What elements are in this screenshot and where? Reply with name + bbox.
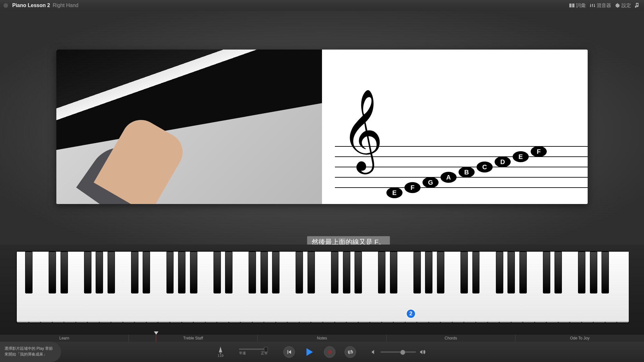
hint-line-1: 選擇影片區域中的 Play 章節: [5, 346, 57, 351]
black-key[interactable]: [178, 252, 185, 293]
black-key[interactable]: [472, 252, 480, 293]
black-key[interactable]: [425, 252, 432, 293]
title-bar: Piano Lesson 2 Right Hand 詞彙 混音器 設定: [0, 0, 644, 11]
close-button[interactable]: [3, 3, 8, 8]
instructor-video[interactable]: [56, 50, 322, 204]
settings-button[interactable]: 設定: [615, 3, 631, 9]
chapter-segment[interactable]: Treble Staff: [129, 335, 258, 342]
sliders-icon: [590, 3, 595, 8]
black-key[interactable]: [96, 252, 103, 293]
black-key[interactable]: [249, 252, 256, 293]
staff-note: B: [459, 167, 475, 178]
black-key[interactable]: [507, 252, 515, 293]
svg-rect-4: [592, 5, 593, 5]
glossary-button[interactable]: 詞彙: [569, 3, 586, 9]
mixer-button[interactable]: 混音器: [590, 3, 611, 9]
loop-button[interactable]: [345, 346, 356, 358]
black-key[interactable]: [49, 252, 56, 293]
lesson-panel: 𝄞 EFGABCDEF: [56, 50, 588, 204]
tempo-half-label: 半速: [239, 351, 246, 356]
metronome-button[interactable]: 119: [218, 347, 223, 357]
play-button[interactable]: [304, 347, 315, 357]
black-key[interactable]: [413, 252, 421, 293]
mixer-label: 混音器: [597, 3, 611, 9]
glossary-label: 詞彙: [576, 3, 586, 9]
note-icon: [635, 3, 639, 8]
tempo-control[interactable]: 半速 正常: [239, 348, 268, 356]
staff-note: F: [531, 146, 547, 157]
black-key[interactable]: [601, 252, 609, 293]
svg-rect-0: [590, 4, 591, 7]
gear-icon: [615, 3, 620, 8]
staff-note: D: [495, 156, 511, 167]
black-key[interactable]: [166, 252, 174, 293]
black-key[interactable]: [296, 252, 303, 293]
tempo-slider[interactable]: [239, 348, 268, 350]
play-icon: [305, 347, 314, 357]
black-key[interactable]: [590, 252, 597, 293]
black-key[interactable]: [496, 252, 503, 293]
music-note-icon[interactable]: [635, 3, 641, 8]
volume-slider[interactable]: [381, 351, 416, 353]
svg-point-6: [328, 350, 332, 354]
black-key[interactable]: [84, 252, 91, 293]
playhead-marker[interactable]: [156, 335, 156, 342]
metronome-icon: [218, 347, 223, 354]
black-key[interactable]: [519, 252, 527, 293]
finger-number-badge: 2: [406, 309, 416, 319]
black-key[interactable]: [543, 252, 550, 293]
bpm-value: 119: [218, 354, 223, 357]
black-key[interactable]: [308, 252, 315, 293]
staff-note: A: [440, 172, 457, 183]
lesson-stage: 𝄞 EFGABCDEF 然後最上面的線又是 F。: [0, 11, 644, 254]
black-key[interactable]: [355, 252, 362, 293]
black-key[interactable]: [437, 252, 444, 293]
chapter-segment[interactable]: Ode To Joy: [516, 335, 644, 342]
black-key[interactable]: [331, 252, 338, 293]
staff-note: G: [422, 177, 439, 188]
rewind-button[interactable]: [283, 346, 295, 358]
svg-rect-5: [594, 6, 595, 7]
volume-control[interactable]: [372, 350, 426, 354]
volume-high-icon: [420, 350, 426, 354]
book-icon: [569, 3, 575, 8]
hint-bubble: 選擇影片區域中的 Play 章節 來開始「我的彈奏成果」: [0, 342, 61, 362]
black-key[interactable]: [272, 252, 279, 293]
lesson-title: Piano Lesson 2: [12, 3, 50, 8]
chapter-segment[interactable]: Chords: [387, 335, 516, 342]
black-key[interactable]: [578, 252, 585, 293]
black-key[interactable]: [131, 252, 138, 293]
black-key[interactable]: [343, 252, 350, 293]
white-key[interactable]: [617, 252, 629, 322]
staff-note: C: [477, 162, 493, 172]
settings-label: 設定: [621, 3, 631, 9]
virtual-keyboard[interactable]: 2: [16, 251, 629, 323]
black-key[interactable]: [108, 252, 115, 293]
volume-low-icon: [372, 350, 377, 354]
record-icon: [327, 350, 332, 354]
svg-rect-1: [592, 4, 593, 7]
black-key[interactable]: [260, 252, 268, 293]
chapter-segment[interactable]: Notes: [258, 335, 386, 342]
black-key[interactable]: [213, 252, 221, 293]
black-key[interactable]: [25, 252, 33, 293]
black-key[interactable]: [190, 252, 197, 293]
staff-note: F: [404, 182, 421, 193]
black-key[interactable]: [225, 252, 232, 293]
black-key[interactable]: [61, 252, 68, 293]
skip-back-icon: [287, 349, 292, 355]
black-key[interactable]: [390, 252, 397, 293]
black-key[interactable]: [378, 252, 385, 293]
keyboard-panel: 2: [0, 245, 644, 335]
staff-note: E: [386, 187, 402, 198]
svg-rect-3: [590, 6, 591, 6]
chapter-timeline[interactable]: LearnTreble StaffNotesChordsOde To Joy: [0, 335, 644, 342]
black-key[interactable]: [554, 252, 562, 293]
notation-view: 𝄞 EFGABCDEF: [322, 50, 588, 204]
staff-note: E: [513, 151, 529, 162]
hint-line-2: 來開始「我的彈奏成果」: [5, 351, 57, 357]
black-key[interactable]: [460, 252, 468, 293]
black-key[interactable]: [143, 252, 150, 293]
chapter-segment[interactable]: Learn: [0, 335, 129, 342]
record-button[interactable]: [324, 346, 336, 358]
